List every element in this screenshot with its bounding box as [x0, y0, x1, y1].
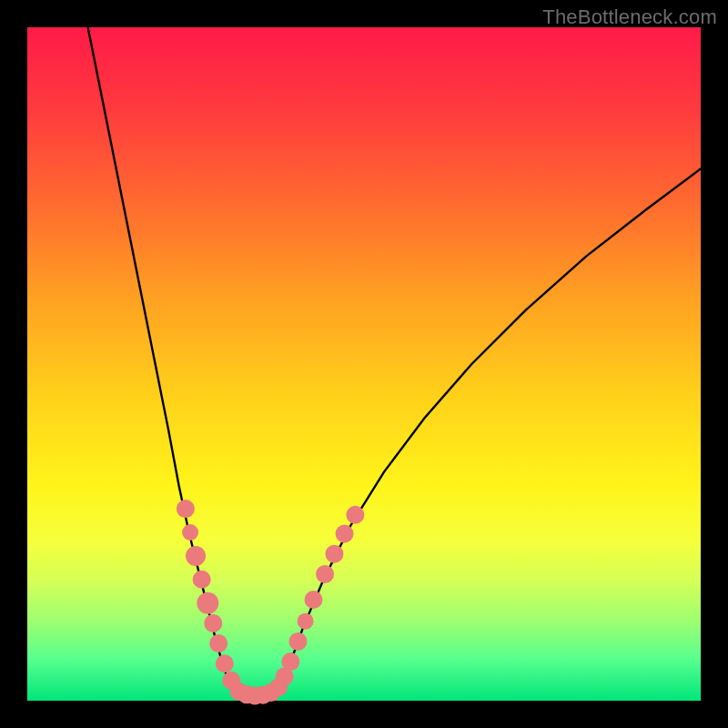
- highlight-marker: [288, 632, 307, 651]
- highlight-marker: [204, 614, 222, 632]
- marker-group: [177, 500, 364, 704]
- watermark-text: TheBottleneck.com: [542, 5, 717, 29]
- highlight-marker: [316, 565, 334, 583]
- chart-frame: TheBottleneck.com: [0, 0, 728, 728]
- plot-area: [27, 27, 701, 701]
- highlight-marker: [216, 654, 234, 672]
- bottleneck-curve: [88, 27, 701, 700]
- highlight-marker: [305, 591, 323, 609]
- highlight-marker: [281, 652, 299, 671]
- highlight-marker: [298, 613, 314, 630]
- highlight-marker: [197, 592, 218, 614]
- highlight-marker: [186, 546, 206, 566]
- curve-path-group: [88, 27, 701, 700]
- chart-svg: [27, 27, 701, 701]
- highlight-marker: [177, 500, 195, 518]
- highlight-marker: [325, 545, 343, 563]
- highlight-marker: [346, 506, 364, 524]
- highlight-marker: [182, 524, 198, 541]
- highlight-marker: [209, 634, 228, 652]
- highlight-marker: [336, 524, 354, 542]
- highlight-marker: [193, 571, 211, 589]
